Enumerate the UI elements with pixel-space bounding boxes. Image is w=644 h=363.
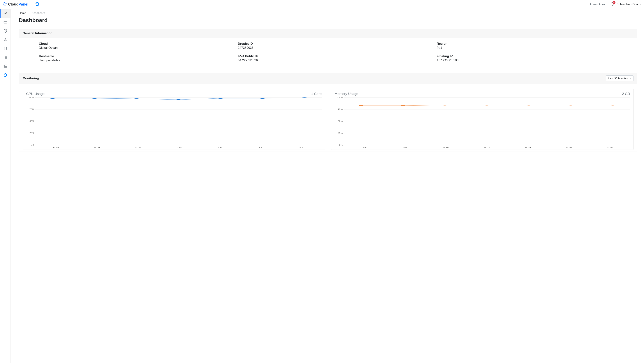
svg-point-3 [5, 13, 6, 13]
divider [19, 25, 637, 25]
svg-point-23 [260, 98, 265, 99]
x-axis-labels: 13:5514:0014:0514:1014:1514:2014:25 [344, 145, 630, 149]
y-tick-label: 0% [339, 143, 342, 146]
card-header: General Information [19, 29, 637, 38]
breadcrumb-current: Dashboard [32, 11, 45, 14]
y-tick-label: 100% [336, 96, 342, 99]
svg-point-27 [442, 105, 447, 106]
sidebar-item-dashboard[interactable] [0, 9, 10, 18]
svg-point-21 [176, 99, 181, 100]
admin-area-link[interactable]: Admin Area [590, 3, 605, 6]
svg-rect-12 [4, 66, 7, 67]
cpu-chart-card: CPU Usage 1 Core 100%75%50%25%0%13:5514:… [23, 89, 325, 150]
x-tick-label: 13:55 [35, 146, 76, 149]
breadcrumb-home[interactable]: Home [19, 11, 26, 14]
chart-series [35, 97, 322, 145]
sidebar [0, 9, 11, 363]
svg-point-30 [568, 105, 573, 106]
chart-subtitle: 2 GB [622, 92, 630, 96]
x-tick-label: 14:00 [384, 146, 426, 149]
info-label: IPv4 Public IP [238, 54, 433, 58]
x-tick-label: 14:25 [589, 146, 630, 149]
user-menu[interactable]: Johnathan Doe ▼ [617, 2, 641, 6]
topbar-left: CloudPanel [3, 2, 40, 7]
brand-name-b: Panel [18, 2, 28, 6]
time-range-dropdown[interactable]: Last 30 Minutes ▼ [606, 75, 634, 81]
notifications-button[interactable]: 0 [610, 2, 615, 7]
sidebar-item-security[interactable] [0, 26, 10, 35]
main-content: Home › Dashboard Dashboard General Infor… [11, 9, 644, 363]
info-value: 157.245.23.183 [437, 58, 632, 62]
svg-rect-17 [4, 76, 4, 76]
svg-point-29 [526, 105, 531, 106]
svg-rect-1 [36, 5, 37, 6]
info-grid: Cloud Digital Ocean Droplet ID 247389035… [24, 42, 632, 62]
chart-header: Memory Usage 2 GB [334, 92, 631, 96]
svg-rect-15 [4, 75, 5, 76]
svg-rect-2 [36, 4, 36, 5]
sidebar-item-digitalocean[interactable] [0, 71, 10, 79]
info-item-droplet-id: Droplet ID 247389035 [238, 42, 433, 50]
breadcrumb: Home › Dashboard [19, 11, 637, 14]
card-header: Monitoring Last 30 Minutes ▼ [19, 73, 637, 84]
svg-rect-0 [37, 4, 37, 5]
sidebar-item-services[interactable] [0, 62, 10, 71]
y-tick-label: 0% [31, 143, 34, 146]
brand-logo[interactable]: CloudPanel [3, 2, 28, 7]
x-tick-label: 14:20 [240, 146, 281, 149]
y-tick-label: 100% [28, 96, 34, 99]
notification-badge: 0 [612, 1, 616, 4]
monitoring-card: Monitoring Last 30 Minutes ▼ CPU Usage 1… [19, 73, 637, 151]
gauge-icon [3, 11, 7, 15]
chart-title: CPU Usage [26, 92, 44, 96]
x-tick-label: 14:05 [426, 146, 466, 149]
sidebar-item-sites[interactable] [0, 18, 10, 26]
list-check-icon [3, 55, 7, 59]
y-tick-label: 50% [338, 120, 342, 122]
svg-point-26 [400, 105, 405, 106]
chart-series [344, 97, 630, 145]
y-tick-label: 25% [338, 132, 342, 134]
info-item-region: Region fra1 [437, 42, 632, 50]
y-tick-label: 50% [30, 120, 34, 122]
memory-chart: 100%75%50%25%0%13:5514:0014:0514:1014:15… [334, 97, 631, 149]
x-tick-label: 14:15 [199, 146, 240, 149]
sidebar-item-cron[interactable] [0, 53, 10, 62]
svg-point-24 [302, 97, 307, 98]
info-value: 247389035 [238, 46, 433, 50]
svg-point-20 [134, 98, 139, 99]
sidebar-item-databases[interactable] [0, 44, 10, 53]
x-tick-label: 14:05 [117, 146, 158, 149]
card-title: General Information [23, 31, 52, 35]
server-icon [3, 64, 7, 68]
cpu-chart: 100%75%50%25%0%13:5514:0014:0514:1014:15… [26, 97, 322, 149]
database-icon [3, 46, 7, 51]
y-tick-label: 25% [30, 132, 34, 134]
cloud-icon [3, 2, 7, 7]
svg-rect-11 [4, 65, 7, 66]
x-tick-label: 14:20 [548, 146, 589, 149]
general-info-card: General Information Cloud Digital Ocean … [19, 29, 637, 68]
range-label: Last 30 Minutes [608, 77, 628, 80]
svg-point-18 [50, 98, 55, 99]
chevron-right-icon: › [28, 11, 29, 14]
chart-subtitle: 1 Core [311, 92, 322, 96]
info-label: Cloud [39, 42, 234, 46]
svg-rect-4 [4, 21, 7, 23]
info-item-floating-ip: Floating IP 157.245.23.183 [437, 54, 632, 62]
digitalocean-icon[interactable] [35, 2, 40, 7]
chart-header: CPU Usage 1 Core [26, 92, 322, 96]
shield-icon [3, 29, 7, 33]
topbar: CloudPanel Admin Area 0 Johnathan Doe ▼ [0, 0, 644, 9]
topbar-right: Admin Area 0 Johnathan Doe ▼ [590, 2, 641, 7]
x-axis-labels: 13:5514:0014:0514:1014:1514:2014:25 [35, 145, 322, 149]
layout: Home › Dashboard Dashboard General Infor… [0, 9, 644, 363]
sidebar-item-users[interactable] [0, 35, 10, 44]
svg-point-6 [4, 38, 6, 40]
info-value: cloudpanel-dev [39, 58, 234, 62]
charts-row: CPU Usage 1 Core 100%75%50%25%0%13:5514:… [19, 84, 637, 151]
svg-rect-16 [4, 76, 4, 77]
info-label: Region [437, 42, 632, 46]
brand-name-a: Cloud [8, 2, 18, 6]
x-tick-label: 14:15 [508, 146, 548, 149]
